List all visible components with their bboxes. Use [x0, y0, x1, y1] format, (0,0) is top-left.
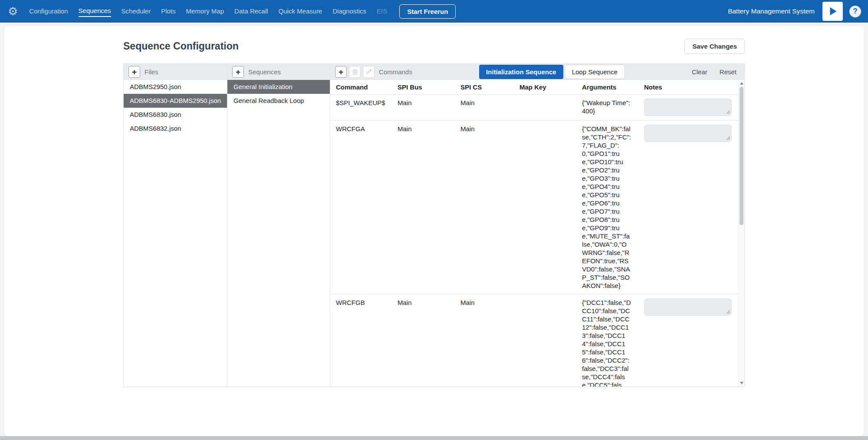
spi-bus-cell: Main	[398, 294, 460, 387]
notes-input[interactable]	[644, 99, 732, 116]
notes-input[interactable]	[644, 298, 732, 316]
title-row: Sequence Configuration Save Changes	[123, 38, 745, 54]
spi-cs-cell: Main	[460, 95, 519, 120]
nav-item-configuration[interactable]: Configuration	[29, 6, 68, 17]
notes-input[interactable]	[644, 125, 732, 142]
app-brand: Battery Management System	[728, 7, 815, 15]
nav-item-scheduler[interactable]: Scheduler	[122, 6, 151, 17]
file-item[interactable]: ADBMS6830.json	[124, 108, 227, 122]
arguments-cell: {"DCC1":false,"DCC10":false,"DCC11":fals…	[582, 294, 644, 387]
add-command-button[interactable]: +	[335, 66, 347, 78]
save-changes-button[interactable]: Save Changes	[684, 39, 745, 54]
add-file-button[interactable]: +	[128, 66, 140, 78]
command-cell: $SPI_WAKEUP$	[336, 95, 398, 120]
play-icon	[827, 6, 838, 17]
notes-cell	[644, 294, 736, 387]
reset-button[interactable]: Reset	[720, 68, 736, 76]
start-freerun-button[interactable]: Start Freerun	[399, 4, 456, 19]
file-item[interactable]: ADBMS2950.json	[124, 80, 227, 94]
resize-grip-icon[interactable]	[726, 310, 730, 314]
commands-panel-label: Commands	[379, 68, 412, 76]
commands-table: Command SPI Bus SPI CS Map Key Arguments…	[330, 80, 744, 387]
files-panel-header: + Files	[124, 64, 227, 80]
nav-item-diagnostics[interactable]: Diagnostics	[332, 6, 366, 17]
notes-cell	[644, 121, 736, 294]
arguments-cell: {"COMM_BK":false,"CTH":2,"FC":7,"FLAG_D"…	[582, 121, 644, 294]
page-title: Sequence Configuration	[123, 40, 239, 52]
nav-item-data-recall[interactable]: Data Recall	[234, 6, 268, 17]
page-content: Sequence Configuration Save Changes + Fi…	[123, 26, 745, 387]
map-key-cell	[519, 121, 582, 294]
resize-grip-icon[interactable]	[726, 110, 730, 114]
map-key-cell	[519, 294, 582, 387]
help-icon: ?	[853, 7, 857, 16]
delete-command-button[interactable]	[349, 66, 361, 78]
scroll-up-arrow-icon[interactable]	[740, 82, 743, 85]
map-key-cell	[519, 95, 582, 120]
nav-item-memory-map[interactable]: Memory Map	[186, 6, 224, 17]
file-item-selected[interactable]: ADBMS6830-ADBMS2950.json	[124, 94, 227, 108]
files-panel: + Files ADBMS2950.json ADBMS6830-ADBMS29…	[123, 63, 227, 387]
scrollbar-track[interactable]	[739, 87, 744, 380]
initialization-sequence-tab[interactable]: Initialization Sequence	[479, 65, 563, 79]
command-cell: WRCFGB	[336, 294, 398, 387]
command-cell: WRCFGA	[336, 121, 398, 294]
sequences-panel: + Sequences General Initialization Gener…	[227, 63, 330, 387]
command-row[interactable]: WRCFGA Main Main {"COMM_BK":false,"CTH":…	[330, 120, 744, 294]
commands-table-header: Command SPI Bus SPI CS Map Key Arguments…	[330, 80, 744, 94]
command-row[interactable]: $SPI_WAKEUP$ Main Main {"Wakeup Time":40…	[330, 94, 744, 120]
main-card: Sequence Configuration Save Changes + Fi…	[4, 26, 864, 436]
spi-bus-cell: Main	[398, 121, 460, 294]
commands-panel-header: + Commands Initialization Sequence Loop …	[330, 64, 744, 80]
arguments-cell: {"Wakeup Time":400}	[582, 95, 644, 120]
column-header-command: Command	[336, 80, 398, 94]
notes-cell	[644, 95, 736, 120]
trash-icon	[352, 69, 358, 75]
column-header-map-key: Map Key	[519, 80, 582, 94]
column-header-spi-cs: SPI CS	[460, 80, 519, 94]
file-item[interactable]: ADBMS6832.json	[124, 122, 227, 136]
sequences-panel-header: + Sequences	[227, 64, 330, 80]
nav-item-quick-measure[interactable]: Quick Measure	[279, 6, 322, 17]
nav-item-eis: EIS	[377, 6, 387, 17]
top-navbar: ⚙ Configuration Sequences Scheduler Plot…	[0, 0, 868, 23]
sequence-item-selected[interactable]: General Initialization	[227, 80, 330, 94]
loop-sequence-tab[interactable]: Loop Sequence	[565, 65, 625, 79]
sequences-panel-label: Sequences	[248, 68, 281, 76]
horizontal-scrollbar[interactable]	[0, 436, 868, 440]
gear-icon[interactable]: ⚙	[8, 5, 18, 18]
pencil-icon	[366, 69, 372, 75]
play-button[interactable]	[822, 2, 843, 21]
column-header-arguments: Arguments	[582, 80, 644, 94]
scrollbar-thumb[interactable]	[740, 87, 743, 225]
nav-item-plots[interactable]: Plots	[161, 6, 175, 17]
commands-scrollbar[interactable]	[738, 80, 744, 387]
help-button[interactable]: ?	[849, 6, 861, 17]
sequences-list: General Initialization General Readback …	[227, 80, 330, 108]
column-header-notes: Notes	[644, 80, 736, 94]
edit-command-button[interactable]	[363, 66, 375, 78]
sequence-item[interactable]: General Readback Loop	[227, 94, 330, 108]
clear-button[interactable]: Clear	[692, 68, 707, 76]
nav-item-sequences[interactable]: Sequences	[79, 6, 111, 17]
spi-bus-cell: Main	[398, 95, 460, 120]
command-row[interactable]: WRCFGB Main Main {"DCC1":false,"DCC10":f…	[330, 294, 744, 387]
spi-cs-cell: Main	[460, 294, 519, 387]
resize-grip-icon[interactable]	[726, 136, 730, 140]
column-header-spi-bus: SPI Bus	[398, 80, 460, 94]
panels: + Files ADBMS2950.json ADBMS6830-ADBMS29…	[123, 63, 745, 387]
files-list: ADBMS2950.json ADBMS6830-ADBMS2950.json …	[124, 80, 227, 136]
spi-cs-cell: Main	[460, 121, 519, 294]
files-panel-label: Files	[145, 68, 158, 76]
scroll-down-arrow-icon[interactable]	[740, 382, 743, 384]
commands-panel: + Commands Initialization Sequence Loop …	[330, 63, 745, 387]
table-actions: Clear Reset	[692, 68, 736, 76]
sequence-type-toggle: Initialization Sequence Loop Sequence	[479, 65, 625, 79]
add-sequence-button[interactable]: +	[232, 66, 244, 78]
